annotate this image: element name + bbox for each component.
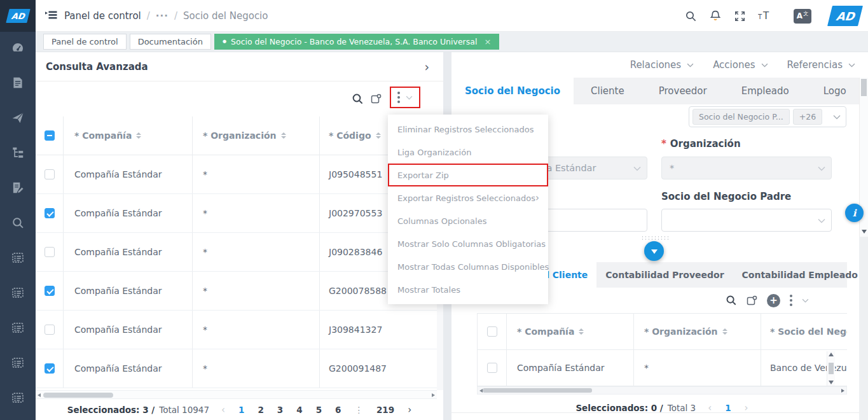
page-prev-icon[interactable]: ‹ — [221, 404, 225, 416]
menu-item-exportar-registros[interactable]: Exportar Registros Seleccionados› — [388, 186, 548, 209]
parent-partner-select[interactable] — [661, 209, 832, 232]
more-tabs-icon[interactable]: › — [839, 262, 844, 288]
row-checkbox[interactable] — [45, 286, 55, 296]
row-checkbox[interactable] — [45, 247, 55, 257]
row-checkbox[interactable] — [45, 169, 55, 179]
horizontal-scrollbar[interactable] — [36, 390, 437, 399]
menu-item-columnas-disponibles[interactable]: Mostrar Todas Columnas Disponibles — [388, 255, 548, 278]
scrollbar-thumb[interactable] — [483, 388, 592, 393]
kebab-menu-icon[interactable] — [790, 295, 792, 306]
page-prev-icon[interactable]: ‹ — [708, 402, 712, 414]
fullscreen-icon[interactable] — [734, 10, 746, 22]
subtab-contabilidad-proveedor[interactable]: Contabilidad Proveedor — [596, 262, 733, 288]
translate-icon[interactable]: A 文 — [794, 9, 811, 24]
search-icon[interactable] — [726, 295, 737, 306]
window-tab-docs[interactable]: Documentación — [130, 34, 211, 50]
horizontal-scrollbar[interactable] — [477, 386, 847, 395]
sort-icon[interactable] — [136, 132, 141, 139]
table-row[interactable]: Compañía Estándar * G200078588 — [36, 272, 437, 311]
scroll-right-icon[interactable] — [432, 393, 435, 397]
kebab-menu-icon[interactable] — [397, 92, 400, 103]
window-table-icon[interactable] — [10, 250, 25, 265]
menu-item-columnas-opcionales[interactable]: Columnas Opcionales — [388, 209, 548, 232]
document-icon[interactable] — [10, 75, 25, 90]
new-record-icon[interactable] — [371, 94, 382, 104]
window-table-icon[interactable] — [10, 285, 25, 300]
row-checkbox[interactable] — [45, 363, 55, 374]
chevron-down-icon[interactable] — [833, 115, 841, 120]
table-row[interactable]: Compañía Estándar * J002970553 — [36, 194, 437, 233]
tab-proveedor[interactable]: Proveedor — [642, 78, 724, 104]
menu-item-eliminar-registros[interactable]: Eliminar Registros Seleccionados — [388, 118, 548, 141]
table-row[interactable]: Compañía Estándar * J090283846 — [36, 233, 437, 272]
scroll-down-icon[interactable] — [829, 381, 834, 384]
vertical-scrollbar[interactable] — [827, 351, 835, 386]
breadcrumb-ellipsis[interactable]: ··· — [156, 10, 169, 22]
sort-icon[interactable] — [722, 328, 727, 335]
page-ellipsis[interactable]: ⋮ — [354, 405, 363, 415]
page-number[interactable]: 1 — [238, 405, 244, 415]
tab-socio-del-negocio[interactable]: Socio del Negocio — [451, 78, 574, 104]
window-tab-dashboard[interactable]: Panel de control — [43, 34, 127, 50]
menu-relaciones[interactable]: Relaciones — [630, 59, 694, 71]
new-record-icon[interactable] — [747, 295, 757, 306]
menu-acciones[interactable]: Acciones — [713, 59, 768, 71]
grid-header-cell[interactable]: * Compañía — [507, 314, 634, 349]
page-next-icon[interactable]: › — [745, 402, 748, 414]
menu-item-liga-organizacion[interactable]: Liga Organización — [388, 141, 548, 164]
grid-header-cell[interactable]: * Socio del Negocio — [761, 314, 847, 349]
window-table-icon[interactable] — [10, 355, 25, 370]
window-table-icon[interactable] — [10, 320, 25, 335]
page-number[interactable]: 5 — [316, 405, 322, 415]
menu-item-mostrar-totales[interactable]: Mostrar Totales — [388, 278, 548, 301]
search-icon[interactable] — [352, 93, 364, 105]
tab-logo[interactable]: Logo — [806, 78, 864, 104]
scroll-down-icon[interactable] — [862, 230, 867, 234]
window-tab-active-socio[interactable]: ● Socio del Negocio - Banco de Venezuela… — [214, 34, 499, 50]
page-number[interactable]: 2 — [258, 405, 263, 415]
scrollbar-thumb[interactable] — [861, 79, 867, 96]
search-menu-icon[interactable] — [10, 215, 25, 230]
info-button[interactable]: i — [845, 204, 864, 222]
user-brand-logo[interactable]: AD — [827, 6, 863, 26]
sort-icon[interactable] — [376, 132, 381, 139]
scroll-right-icon[interactable] — [841, 389, 844, 393]
dashboard-icon[interactable] — [10, 40, 25, 55]
scrollbar-thumb[interactable] — [829, 363, 834, 374]
chevron-down-icon[interactable] — [802, 298, 809, 303]
chevron-down-icon[interactable] — [406, 95, 413, 100]
menu-referencias[interactable]: Referencias — [787, 59, 855, 71]
row-checkbox[interactable] — [487, 363, 497, 373]
document-edit-icon[interactable] — [10, 180, 25, 195]
row-checkbox[interactable] — [45, 325, 55, 335]
select-all-checkbox[interactable] — [45, 130, 55, 141]
sort-icon[interactable] — [281, 132, 286, 139]
org-select[interactable]: * — [661, 157, 832, 179]
toggle-sidebar-icon[interactable] — [45, 10, 58, 21]
workflow-tree-icon[interactable] — [10, 145, 25, 160]
page-next-icon[interactable]: › — [408, 404, 411, 416]
row-checkbox[interactable] — [45, 208, 55, 218]
menu-item-exportar-zip[interactable]: Exportar Zip — [388, 164, 548, 186]
advanced-search-header[interactable]: Consulta Avanzada › — [36, 52, 443, 81]
field-chip[interactable]: Socio del Negocio P... — [692, 109, 790, 125]
close-tab-icon[interactable]: × — [484, 37, 491, 46]
menu-item-columnas-obligatorias[interactable]: Mostrar Solo Columnas Obligatorias — [388, 232, 548, 255]
page-number[interactable]: 4 — [296, 405, 302, 415]
collapse-form-button[interactable] — [644, 241, 664, 261]
breadcrumb-item-home[interactable]: Panel de control — [64, 10, 141, 22]
window-table-icon[interactable] — [10, 390, 25, 405]
table-row[interactable]: Compañía Estándar * Banco de Venezuela, … — [478, 350, 847, 386]
font-size-icon[interactable]: TT — [758, 10, 773, 22]
grid-header-cell[interactable]: * Organización — [634, 314, 761, 349]
search-icon[interactable] — [685, 10, 697, 22]
page-number[interactable]: 219 — [376, 405, 394, 415]
subtab-contabilidad-empleado[interactable]: Contabilidad Empleado — [733, 262, 867, 288]
notifications-bell-icon[interactable] — [709, 10, 722, 22]
scrollbar-thumb[interactable] — [43, 393, 113, 398]
table-row[interactable]: Compañía Estándar * J309841327 — [36, 311, 437, 349]
expand-panel-icon[interactable]: › — [424, 60, 429, 74]
scroll-left-icon[interactable] — [38, 393, 41, 397]
grid-header-cell[interactable]: * Organización — [193, 116, 320, 155]
send-icon[interactable] — [10, 110, 25, 125]
